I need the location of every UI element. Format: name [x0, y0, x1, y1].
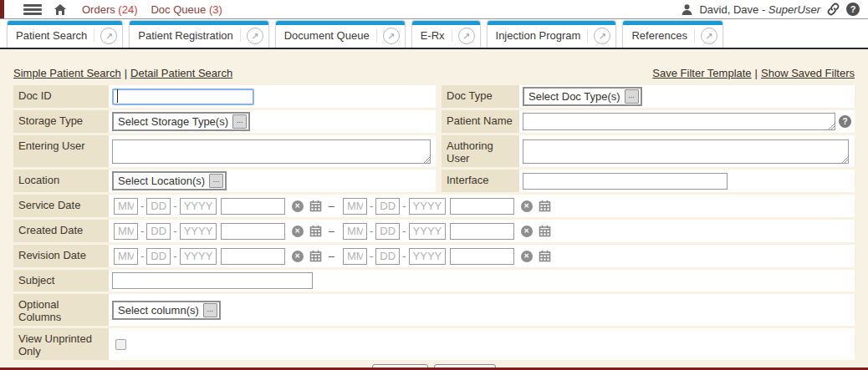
interface-input[interactable]: [523, 173, 728, 190]
storage-type-cell: Select Storage Type(s) ...: [109, 110, 436, 133]
year-input[interactable]: [409, 223, 446, 240]
header-right: David, Dave - SuperUser ?: [681, 3, 860, 16]
clear-date-icon[interactable]: ✕: [292, 200, 304, 212]
patient-name-label: Patient Name: [442, 110, 519, 133]
open-in-new-icon[interactable]: ↗: [247, 28, 263, 44]
optional-columns-cell: Select column(s) ...: [109, 294, 855, 326]
patient-name-input[interactable]: [523, 113, 835, 130]
resize-grip-icon[interactable]: [842, 157, 848, 163]
storage-type-label: Storage Type: [13, 110, 109, 133]
open-in-new-icon[interactable]: ↗: [594, 28, 610, 44]
day-input[interactable]: [375, 223, 400, 240]
tab-document-queue[interactable]: Document Queue ↗: [275, 20, 406, 48]
month-input[interactable]: [343, 223, 367, 240]
location-select[interactable]: Select Location(s) ...: [112, 171, 227, 190]
calendar-icon[interactable]: [539, 250, 551, 262]
link-chain-icon[interactable]: [826, 3, 840, 16]
year-input[interactable]: [180, 223, 217, 240]
optional-columns-ellipsis-button[interactable]: ...: [203, 303, 217, 317]
month-input[interactable]: [343, 198, 367, 215]
date-range-separator: –: [329, 250, 334, 262]
tab-injection-program[interactable]: Injection Program ↗: [487, 20, 617, 48]
help-icon[interactable]: ?: [846, 3, 860, 16]
home-icon[interactable]: [54, 3, 67, 16]
link-divider: |: [125, 67, 127, 79]
tab-patient-search[interactable]: Patient Search ↗: [7, 20, 123, 48]
calendar-icon[interactable]: [539, 225, 551, 237]
optional-columns-select[interactable]: Select column(s) ...: [112, 301, 221, 320]
orders-count: (24): [118, 3, 137, 16]
patient-name-help-icon[interactable]: ?: [839, 115, 851, 128]
open-in-new-icon[interactable]: ↗: [701, 28, 717, 44]
show-saved-filters-link[interactable]: Show Saved Filters: [761, 67, 855, 79]
day-input[interactable]: [375, 248, 400, 265]
nav-orders[interactable]: Orders (24): [82, 3, 137, 16]
subject-input[interactable]: [112, 272, 313, 289]
interface-cell: [519, 170, 855, 192]
tab-references[interactable]: References ↗: [622, 20, 722, 48]
storage-type-select[interactable]: Select Storage Type(s) ...: [112, 112, 250, 131]
authoring-user-cell: [519, 135, 855, 167]
detail-patient-search-link[interactable]: Detail Patient Search: [130, 67, 232, 79]
tab-e-rx[interactable]: E-Rx ↗: [411, 20, 481, 48]
clear-date-icon[interactable]: ✕: [292, 251, 304, 262]
calendar-icon[interactable]: [309, 225, 322, 237]
location-ellipsis-button[interactable]: ...: [209, 174, 223, 188]
open-in-new-icon[interactable]: ↗: [383, 28, 400, 44]
year-input[interactable]: [180, 198, 217, 215]
month-input[interactable]: [343, 248, 367, 265]
tab-patient-registration[interactable]: Patient Registration ↗: [129, 20, 268, 48]
month-input[interactable]: [114, 198, 138, 215]
date-extra-input[interactable]: [221, 198, 285, 215]
clear-date-icon[interactable]: ✕: [521, 200, 533, 212]
date-extra-input[interactable]: [450, 223, 514, 240]
day-input[interactable]: [146, 223, 171, 240]
authoring-user-input[interactable]: [523, 139, 849, 164]
location-cell: Select Location(s) ...: [109, 170, 436, 192]
doc-id-label: Doc ID: [13, 85, 109, 108]
clear-date-icon[interactable]: ✕: [521, 251, 533, 262]
clear-date-icon[interactable]: ✕: [292, 226, 304, 237]
resize-grip-icon[interactable]: [829, 124, 835, 129]
save-filter-template-link[interactable]: Save Filter Template: [652, 67, 751, 79]
simple-patient-search-link[interactable]: Simple Patient Search: [13, 67, 121, 79]
month-input[interactable]: [114, 248, 138, 265]
calendar-icon[interactable]: [309, 250, 322, 262]
resize-grip-icon[interactable]: [424, 157, 430, 163]
tab-bar: Patient Search ↗ Patient Registration ↗ …: [0, 19, 868, 49]
date-range-separator: –: [329, 225, 334, 237]
doc-id-input[interactable]: [112, 89, 254, 105]
clear-date-icon[interactable]: ✕: [521, 226, 533, 237]
date-extra-input[interactable]: [221, 223, 285, 240]
open-in-new-icon[interactable]: ↗: [100, 28, 117, 44]
view-unprinted-only-checkbox[interactable]: [115, 339, 126, 350]
date-range-separator: –: [329, 200, 334, 212]
doc-type-label: Doc Type: [442, 85, 519, 108]
current-user[interactable]: David, Dave - SuperUser: [699, 3, 820, 16]
doc-type-ellipsis-button[interactable]: ...: [625, 89, 639, 104]
link-divider: |: [755, 67, 758, 79]
nav-doc-queue[interactable]: Doc Queue (3): [151, 3, 222, 16]
date-extra-input[interactable]: [450, 248, 514, 265]
text-caret: [117, 89, 118, 103]
year-input[interactable]: [409, 198, 446, 215]
day-input[interactable]: [146, 198, 171, 215]
date-extra-input[interactable]: [450, 198, 514, 215]
month-input[interactable]: [114, 223, 138, 240]
open-in-new-icon[interactable]: ↗: [458, 28, 475, 44]
menu-icon[interactable]: [23, 3, 42, 17]
calendar-icon[interactable]: [539, 200, 551, 212]
created-date-from: -- ✕: [114, 223, 322, 240]
doc-type-select[interactable]: Select Doc Type(s) ...: [523, 87, 642, 106]
interface-label: Interface: [442, 170, 519, 192]
doc-type-cell: Select Doc Type(s) ...: [519, 85, 855, 108]
calendar-icon[interactable]: [309, 200, 322, 212]
entering-user-label: Entering User: [13, 135, 109, 167]
storage-type-ellipsis-button[interactable]: ...: [232, 114, 247, 129]
entering-user-input[interactable]: [112, 139, 431, 164]
day-input[interactable]: [375, 198, 400, 215]
year-input[interactable]: [180, 248, 217, 265]
day-input[interactable]: [146, 248, 171, 265]
year-input[interactable]: [409, 248, 446, 265]
date-extra-input[interactable]: [221, 248, 285, 265]
